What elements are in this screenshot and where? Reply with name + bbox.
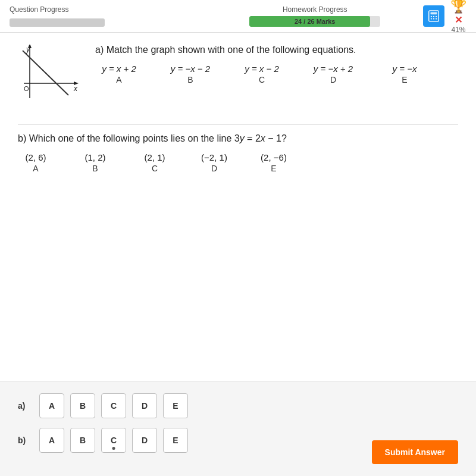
header: Question Progress Homework Progress 24 /…: [0, 0, 476, 33]
answer-a-btn-e[interactable]: E: [163, 393, 188, 418]
equation-formula-a: y = x + 2: [95, 64, 143, 74]
answer-a-btn-c[interactable]: C: [101, 393, 126, 418]
point-item-c: (2, 1) C: [137, 152, 173, 173]
trophy-area: 🏆 ✕ 41%: [450, 0, 466, 34]
header-icons: 🏆 ✕ 41%: [414, 0, 476, 32]
equation-label-a: A: [95, 75, 143, 84]
answer-b-btn-e[interactable]: E: [163, 428, 188, 453]
part-a: y x O a) Match the graph shown with one …: [18, 45, 458, 112]
answer-a-btn-a[interactable]: A: [39, 393, 64, 418]
equation-item-c: y = x − 2 C: [238, 64, 286, 84]
equation-formula-b: y = −x − 2: [167, 64, 214, 74]
point-item-a: (2, 6) A: [18, 152, 54, 173]
answer-a-btn-d[interactable]: D: [132, 393, 157, 418]
answer-a-btn-b[interactable]: B: [70, 393, 95, 418]
part-b-instruction: b) Which one of the following points lie…: [18, 133, 458, 144]
svg-point-6: [433, 18, 434, 19]
svg-point-5: [431, 18, 432, 19]
svg-rect-1: [431, 12, 437, 15]
main-content: y x O a) Match the graph shown with one …: [0, 33, 476, 381]
point-label-e: E: [256, 164, 292, 173]
point-item-e: (2, −6) E: [256, 152, 292, 173]
question-progress-label: Question Progress: [10, 5, 207, 14]
graph-svg: y x O: [18, 45, 83, 110]
svg-point-3: [433, 16, 434, 17]
progress-text: 24 / 26 Marks: [295, 18, 336, 25]
point-value-e: (2, −6): [256, 152, 292, 162]
part-b: b) Which one of the following points lie…: [18, 133, 458, 173]
svg-text:y: y: [26, 45, 30, 54]
question-progress-bar: [10, 18, 105, 27]
point-label-d: D: [196, 164, 232, 173]
question-progress-section: Question Progress: [0, 0, 217, 32]
trophy-icon: 🏆: [450, 0, 466, 14]
graph-area: y x O: [18, 45, 83, 112]
x-badge: ✕: [455, 14, 462, 26]
answer-a-label: a): [18, 401, 30, 411]
equation-row: y = x + 2 A y = −x − 2 B y = x − 2 C y =…: [95, 64, 458, 84]
answer-row-a: a) A B C D E: [18, 393, 458, 418]
point-value-c: (2, 1): [137, 152, 173, 162]
points-row: (2, 6) A (1, 2) B (2, 1) C (−2, 1) D (2,…: [18, 152, 458, 173]
score-percent: 41%: [451, 26, 465, 34]
equation-label-e: E: [381, 75, 428, 84]
homework-progress-bar: 24 / 26 Marks: [249, 16, 380, 27]
point-value-a: (2, 6): [18, 152, 54, 162]
answer-b-label: b): [18, 436, 30, 445]
homework-progress-label: Homework Progress: [283, 5, 347, 14]
equation-item-e: y = −x E: [381, 64, 428, 84]
point-item-b: (1, 2) B: [77, 152, 113, 173]
point-item-d: (−2, 1) D: [196, 152, 232, 173]
answer-section: a) A B C D E b) A B C D E Submit Answer: [0, 381, 476, 476]
equation-label-b: B: [167, 75, 214, 84]
answer-b-btn-b[interactable]: B: [70, 428, 95, 453]
homework-progress-section: Homework Progress 24 / 26 Marks: [217, 0, 414, 32]
equation-formula-d: y = −x + 2: [309, 64, 357, 74]
equation-label-c: C: [238, 75, 286, 84]
answer-buttons-b: A B C D E: [39, 428, 188, 453]
part-a-instruction: a) Match the graph shown with one of the…: [89, 45, 458, 55]
point-label-c: C: [137, 164, 173, 173]
equation-label-d: D: [309, 75, 357, 84]
submit-button[interactable]: Submit Answer: [372, 440, 458, 464]
svg-point-2: [431, 16, 432, 17]
point-label-a: A: [18, 164, 54, 173]
equation-item-b: y = −x − 2 B: [167, 64, 214, 84]
svg-text:x: x: [73, 84, 78, 93]
calculator-icon[interactable]: [423, 5, 444, 27]
svg-point-7: [436, 18, 437, 19]
answer-b-btn-d[interactable]: D: [132, 428, 157, 453]
svg-point-4: [436, 16, 437, 17]
divider: [18, 124, 458, 125]
equation-formula-c: y = x − 2: [238, 64, 286, 74]
equation-formula-e: y = −x: [381, 64, 428, 74]
answer-b-btn-a[interactable]: A: [39, 428, 64, 453]
answer-buttons-a: A B C D E: [39, 393, 188, 418]
equation-item-a: y = x + 2 A: [95, 64, 143, 84]
point-value-b: (1, 2): [77, 152, 113, 162]
point-value-d: (−2, 1): [196, 152, 232, 162]
svg-text:O: O: [24, 85, 29, 92]
answer-b-btn-c[interactable]: C: [101, 428, 126, 453]
point-label-b: B: [77, 164, 113, 173]
equation-item-d: y = −x + 2 D: [309, 64, 357, 84]
